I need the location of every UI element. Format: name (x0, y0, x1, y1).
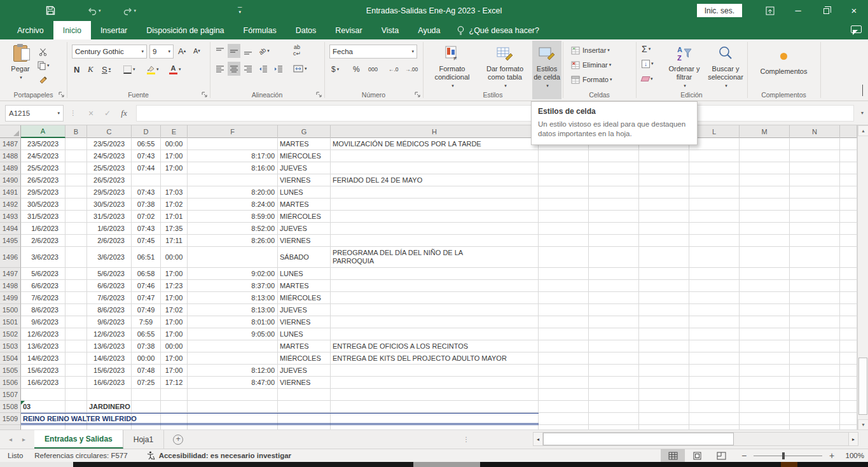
increase-decimal-button[interactable]: ←.0 (387, 62, 401, 76)
row-header-1507[interactable]: 1507 (0, 389, 21, 401)
grid-cell[interactable] (188, 247, 278, 268)
grid-cell[interactable] (331, 292, 539, 304)
undo-dropdown-icon[interactable]: ▾ (99, 8, 101, 13)
grid-cell[interactable]: JUEVES (278, 365, 331, 377)
grid-cell[interactable] (689, 352, 740, 365)
grid-cell[interactable] (589, 304, 639, 316)
sort-filter-button[interactable]: AZ Ordenar y filtrar ▾ (664, 43, 705, 90)
insert-function-button[interactable]: fx (116, 108, 132, 118)
grid-cell[interactable] (740, 413, 790, 425)
font-dialog-launcher[interactable] (202, 92, 208, 98)
format-as-table-button[interactable]: Dar formato como tabla ▾ (479, 43, 531, 90)
find-select-dropdown-icon[interactable]: ▾ (725, 81, 727, 90)
grid-cell[interactable] (589, 292, 639, 304)
zoom-out-button[interactable]: − (740, 450, 748, 461)
grid-cell[interactable]: 8:24:00 (188, 199, 278, 211)
minimize-button[interactable]: ─ (784, 0, 812, 21)
grid-cell[interactable] (740, 304, 790, 316)
grid-cell[interactable] (331, 401, 539, 413)
grid-cell[interactable] (790, 138, 840, 150)
name-box[interactable]: A1215 ▾ (5, 105, 64, 122)
font-size-select[interactable]: 9▾ (149, 45, 174, 59)
percent-button[interactable]: % (351, 62, 362, 76)
tab-f-rmulas[interactable]: Fórmulas (234, 21, 286, 39)
grid-cell[interactable] (790, 352, 840, 365)
grid-cell[interactable] (689, 162, 740, 174)
grid-cell[interactable] (840, 211, 857, 223)
grid-cell[interactable]: 25/5/2023 (87, 162, 132, 174)
tab-vista[interactable]: Vista (372, 21, 409, 39)
name-box-dropdown-icon[interactable]: ▾ (57, 111, 60, 116)
grid-cell[interactable]: 8:13:00 (188, 304, 278, 316)
grid-cell[interactable] (589, 162, 639, 174)
grid-cell[interactable]: 26/5/2023 (87, 174, 132, 186)
ribbon-display-options-button[interactable] (756, 0, 784, 21)
formula-input[interactable] (136, 105, 854, 122)
grid-cell[interactable] (161, 389, 188, 401)
grid-cell[interactable] (689, 328, 740, 340)
fill-button[interactable]: ↓▾ (640, 57, 656, 71)
grid-cell[interactable] (740, 280, 790, 292)
grid-cell[interactable]: 29/5/2023 (87, 186, 132, 199)
grid-cell[interactable] (539, 425, 589, 430)
underline-button[interactable]: S▾ (100, 62, 113, 76)
grid-cell[interactable] (331, 365, 539, 377)
tab-insertar[interactable]: Insertar (91, 21, 137, 39)
grid-cell[interactable] (639, 340, 689, 352)
grid-cell[interactable] (331, 199, 539, 211)
grid-cell[interactable] (331, 162, 539, 174)
grid-cell[interactable]: 14/6/2023 (21, 352, 65, 365)
grid-cell[interactable] (539, 247, 589, 268)
grid-cell[interactable]: 6/6/2023 (21, 280, 65, 292)
grid-cell[interactable] (840, 377, 857, 389)
clipboard-dialog-launcher[interactable] (59, 92, 65, 98)
borders-dropdown-icon[interactable]: ▾ (133, 67, 135, 72)
grid-cell[interactable] (740, 174, 790, 186)
grid-cell[interactable]: 8:12:00 (188, 365, 278, 377)
grid-cell[interactable]: 3/6/2023 (87, 247, 132, 268)
grid-cell[interactable] (840, 235, 857, 247)
grid-cell[interactable] (539, 223, 589, 235)
accounting-format-button[interactable]: $▾ (329, 62, 341, 76)
underline-dropdown-icon[interactable]: ▾ (109, 67, 111, 72)
grid-cell[interactable] (840, 162, 857, 174)
grid-cell[interactable] (639, 316, 689, 328)
grid-cell[interactable] (331, 425, 539, 430)
grid-cell[interactable]: JUEVES (278, 304, 331, 316)
grid-cell[interactable] (539, 211, 589, 223)
grid-cell[interactable] (161, 413, 188, 425)
increase-indent-button[interactable] (272, 62, 285, 76)
grid-cell[interactable]: 8/6/2023 (87, 304, 132, 316)
insert-cells-button[interactable]: Insertar▾ (569, 43, 633, 57)
grid-cell[interactable] (689, 377, 740, 389)
view-normal-button[interactable] (661, 449, 685, 462)
copy-dropdown-icon[interactable]: ▾ (47, 63, 50, 68)
grid-cell[interactable]: 17:00 (161, 316, 188, 328)
grid-cell[interactable] (639, 401, 689, 413)
grid-cell[interactable] (840, 340, 857, 352)
grid-cell[interactable] (740, 352, 790, 365)
merge-center-button[interactable]: ▾ (291, 62, 309, 76)
grid-cell[interactable]: 17:11 (161, 235, 188, 247)
grid-cell[interactable]: 07:43 (132, 186, 161, 199)
grid-cell[interactable] (790, 292, 840, 304)
grid-cell[interactable]: 8:26:00 (188, 235, 278, 247)
grid-cell[interactable]: 12/6/2023 (21, 328, 65, 340)
grid-cell[interactable] (331, 413, 539, 425)
grid-cell[interactable] (589, 247, 639, 268)
font-color-button[interactable]: A ▾ (167, 62, 183, 76)
grid-cell[interactable]: 13/6/2023 (87, 340, 132, 352)
grid-cell[interactable]: 24/5/2023 (87, 150, 132, 162)
grid-cell[interactable]: 17:03 (161, 186, 188, 199)
tab-ayuda[interactable]: Ayuda (408, 21, 450, 39)
grid-cell[interactable] (689, 280, 740, 292)
grid-cell[interactable]: 07:45 (132, 235, 161, 247)
grid-cell[interactable] (65, 247, 87, 268)
column-header-C[interactable]: C (87, 125, 132, 138)
fill-dropdown-icon[interactable]: ▾ (651, 61, 654, 66)
grid-cell[interactable] (790, 328, 840, 340)
grid-cell[interactable] (188, 425, 278, 430)
shrink-font-button[interactable]: A▾ (191, 44, 202, 58)
grid-cell[interactable] (278, 413, 331, 425)
grid-cell[interactable]: SÁBADO (278, 247, 331, 268)
